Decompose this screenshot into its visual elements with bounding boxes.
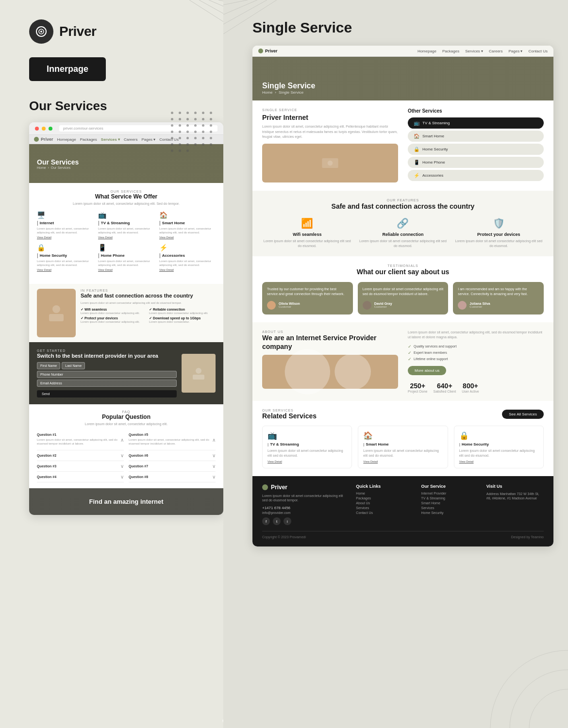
- ss-protect-desc: Lorem ipsum dolor sit amet consectetur a…: [454, 239, 544, 248]
- ss-quicklinks-title: Quick Links: [356, 484, 413, 489]
- ss-related-sec-icon: 🔒: [459, 431, 538, 440]
- accessories-view-detail[interactable]: View Detail: [159, 268, 216, 271]
- ss-footer-service-security[interactable]: Home Security: [421, 511, 479, 514]
- smarthome-view-detail[interactable]: View Detail: [159, 236, 216, 239]
- ss-footer-desc: Lorem ipsum dolor sit amet consectetur a…: [262, 494, 348, 503]
- feature-reliable: ✓ Reliable connection Lorem ipsum dolor …: [149, 308, 216, 314]
- ss-other-smarthome[interactable]: 🏠 Smart Home: [408, 131, 544, 142]
- testimonial-olivia-avatar: [267, 301, 276, 310]
- ss-about-label: ABOUT US: [262, 330, 398, 333]
- ss-hero-title: Single Service: [262, 82, 315, 90]
- ss-about-btn[interactable]: More about us: [408, 366, 446, 375]
- cta-firstname[interactable]: First Name: [37, 362, 60, 369]
- smarthome-desc: Lorem ipsum dolor sit amet, consectetur …: [159, 227, 216, 235]
- faq-toggle-8[interactable]: ∨: [212, 474, 216, 480]
- cta-send-button[interactable]: Send: [37, 390, 177, 397]
- ss-other-phone[interactable]: 📱 Home Phone: [408, 157, 544, 168]
- faq-q-6: Question #6: [129, 454, 148, 457]
- cta-email[interactable]: Email Address: [37, 380, 177, 387]
- cta-label: GET STARTED: [37, 349, 177, 352]
- ss-two-col: SINGLE SERVICE Priver Internet Lorem ips…: [262, 108, 544, 183]
- innerpage-button[interactable]: Innerpage: [29, 57, 106, 81]
- ss-footer-copyright: Copyright © 2023 Provamedi Designed by T…: [262, 531, 544, 539]
- internet-view-detail[interactable]: View Detail: [37, 236, 93, 239]
- faq-q-8: Question #8: [129, 475, 148, 479]
- ss-footer-service-smarthome[interactable]: Smart Home: [421, 501, 479, 505]
- ss-other-security[interactable]: 🔒 Home Security: [408, 144, 544, 155]
- services-hero-title: Our Services: [37, 158, 79, 166]
- ss-footer-link-packages[interactable]: Packages: [356, 496, 413, 500]
- ss-footer-social: f t i: [262, 517, 348, 525]
- feature-wifi: ✓ Wifi seamless Lorem ipsum dolor consec…: [81, 308, 147, 314]
- testimonial-joliana: I am recommended and am so happy with th…: [453, 282, 544, 314]
- ss-tv-icon: 📺: [414, 120, 419, 126]
- features-title: Safe and fast connection across the coun…: [81, 292, 216, 299]
- faq-toggle-4[interactable]: ∨: [120, 474, 124, 480]
- ss-related-sh-link[interactable]: View Detail: [363, 460, 442, 463]
- ss-footer-link-home[interactable]: Home: [356, 492, 413, 495]
- cta-lastname[interactable]: Last Name: [62, 362, 85, 369]
- tv-view-detail[interactable]: View Detail: [98, 236, 154, 239]
- single-service-page-title: Single Service: [252, 19, 553, 36]
- ss-other-accessories[interactable]: ⚡ Accessories: [408, 170, 544, 181]
- ss-facebook-icon[interactable]: f: [262, 517, 270, 525]
- ss-footer-link-about[interactable]: About Us: [356, 501, 413, 505]
- ss-related-sec-link[interactable]: View Detail: [459, 460, 538, 463]
- testimonial-joliana-text: I am recommended and am so happy with th…: [458, 287, 539, 297]
- ss-feature-protect: 🛡️ Protect your devices Lorem ipsum dolo…: [454, 217, 544, 248]
- ss-about-desc: Lorem ipsum dolor sit amet, consectetur …: [408, 330, 544, 340]
- security-name: Home Security: [37, 253, 93, 258]
- faq-col-right: Question #5 Lorem ipsum dolor sit amet, …: [129, 430, 216, 482]
- ss-wifi-name: Wifi seamless: [262, 232, 352, 237]
- breadcrumb-current: Single Service: [279, 90, 303, 95]
- ss-footer-phone: +1471 678 4456: [262, 506, 348, 510]
- nav-homepage: Homepage: [57, 137, 76, 142]
- ss-footer-service-internet[interactable]: Internet Provider: [421, 492, 479, 495]
- ss-related-sh-icon: 🏠: [363, 431, 442, 440]
- services-section-label: OUR SERVICES: [37, 190, 216, 193]
- ss-related-label: OUR SERVICES: [262, 409, 317, 412]
- cta-phone[interactable]: Phone Number: [37, 371, 177, 378]
- ss-other-tv[interactable]: 📺 TV & Streaming: [408, 117, 544, 129]
- ss-see-all-button[interactable]: See All Services: [502, 410, 544, 419]
- phone-view-detail[interactable]: View Detail: [98, 268, 154, 271]
- faq-a-1: Lorem ipsum dolor sit amet, consectetur …: [37, 436, 120, 447]
- svg-line-11: [223, 0, 277, 34]
- internet-desc: Lorem ipsum dolor sit amet, consectetur …: [37, 227, 93, 235]
- testimonial-joliana-name: Joliana Silva: [469, 302, 490, 305]
- cta-form: First Name Last Name Phone Number Email …: [37, 362, 177, 397]
- testimonial-david-name: David Gray: [374, 302, 392, 305]
- ss-service-image: [262, 144, 398, 182]
- faq-toggle-7[interactable]: ∨: [212, 463, 216, 469]
- ss-related-sec-name: Home Security: [459, 442, 538, 447]
- service-item-smarthome: 🏠 Smart Home Lorem ipsum dolor sit amet,…: [159, 211, 216, 239]
- ss-footer-service-tv[interactable]: TV & Streaming: [421, 496, 479, 500]
- feature-reliable-name: ✓ Reliable connection: [149, 308, 216, 312]
- ss-twitter-icon[interactable]: t: [273, 517, 281, 525]
- browser-close: [35, 127, 39, 131]
- ss-related-sh-name: Smart Home: [363, 442, 442, 447]
- faq-toggle-1[interactable]: ∧: [120, 437, 124, 443]
- ss-footer-link-contact[interactable]: Contact Us: [356, 511, 413, 514]
- testimonial-olivia-name: Olivia Wilson: [279, 302, 300, 305]
- faq-toggle-2[interactable]: ∨: [120, 453, 124, 458]
- ss-footer-service-services[interactable]: Services: [421, 506, 479, 510]
- ss-smarthome-icon: 🏠: [414, 133, 419, 139]
- ss-footer-logo: Priver: [262, 484, 348, 491]
- faq-toggle-6[interactable]: ∨: [212, 453, 216, 458]
- ss-related-sh-desc: Lorem ipsum dolor sit amet consectetur a…: [363, 448, 442, 458]
- faq-toggle-3[interactable]: ∨: [120, 463, 124, 469]
- ss-about-check-3: Lifetime online support: [408, 357, 544, 362]
- ss-reliable-icon: 🔗: [358, 217, 448, 229]
- ss-footer-link-services[interactable]: Services: [356, 506, 413, 510]
- security-view-detail[interactable]: View Detail: [37, 268, 93, 271]
- faq-label: FAQ: [37, 410, 216, 414]
- ss-stat-users: 800+ User Active: [462, 382, 479, 393]
- nav-careers: Careers: [124, 137, 137, 142]
- ss-instagram-icon[interactable]: i: [284, 517, 291, 525]
- ss-related-tv-link[interactable]: View Detail: [267, 460, 347, 463]
- svg-rect-10: [193, 375, 204, 380]
- dots-decoration: [171, 112, 214, 152]
- ss-stats: 250+ Project Done 640+ Satisfied Client …: [408, 382, 544, 393]
- faq-toggle-5[interactable]: ∧: [212, 437, 216, 443]
